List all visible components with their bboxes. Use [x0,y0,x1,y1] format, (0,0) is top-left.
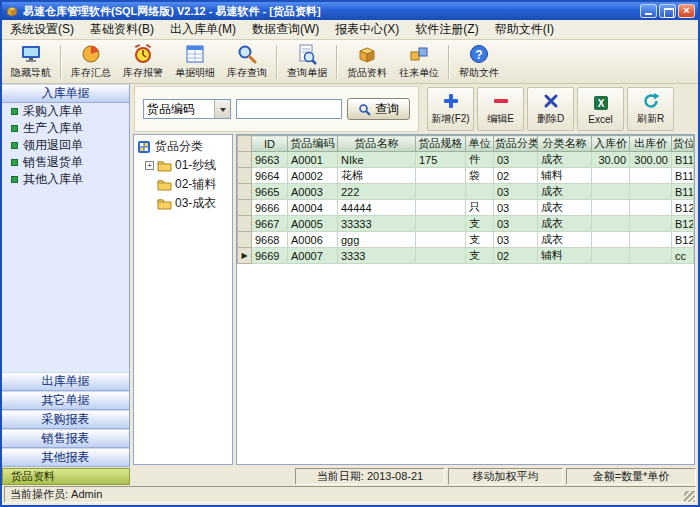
expand-icon[interactable] [145,161,154,170]
grid-cell[interactable]: 成衣 [538,200,592,216]
sidebar-item-sales-return[interactable]: 销售退货单 [2,154,129,171]
toolbar-goods-info-button[interactable]: 货品资料 [341,40,393,83]
grid-cell[interactable]: A0003 [288,184,338,200]
sidebar-section-outbound[interactable]: 出库单据 [2,372,129,391]
column-header-name[interactable]: 货品名称 [338,136,416,152]
grid-cell[interactable] [630,232,672,248]
grid-row[interactable]: 9667A000533333支03成衣B12 [238,216,694,232]
column-header-category-name[interactable]: 分类名称 [538,136,592,152]
grid-cell[interactable]: A0006 [288,232,338,248]
tree-node-garments[interactable]: 03-成衣 [135,194,231,213]
menu-base-data[interactable]: 基础资料(B) [82,20,162,39]
grid-cell[interactable]: 02 [494,248,538,264]
column-header-category[interactable]: 货品分类 [494,136,538,152]
grid-cell[interactable]: A0004 [288,200,338,216]
toolbar-query-doc-button[interactable]: 查询单据 [281,40,333,83]
grid-cell[interactable] [630,216,672,232]
grid-cell[interactable]: 9667 [252,216,288,232]
grid-cell[interactable]: A0001 [288,152,338,168]
sidebar-section-inbound[interactable]: 入库单据 [2,84,129,103]
toolbar-stock-alert-button[interactable]: 库存报警 [117,40,169,83]
menu-registration[interactable]: 软件注册(Z) [407,20,486,39]
grid-row[interactable]: 9668A0006ggg支03成衣B12 [238,232,694,248]
grid-cell[interactable]: 03 [494,232,538,248]
grid-cell[interactable]: cc [672,248,694,264]
edit-button[interactable]: 编辑E [477,87,524,131]
grid-cell[interactable]: ggg [338,232,416,248]
grid-cell[interactable] [416,184,466,200]
grid-cell[interactable]: 33333 [338,216,416,232]
grid-row[interactable]: 9664A0002花棉袋02辅料B11 [238,168,694,184]
grid-cell[interactable]: 支 [466,216,494,232]
grid-cell[interactable]: 件 [466,152,494,168]
column-header-in-price[interactable]: 入库价 [592,136,630,152]
grid-cell[interactable] [592,232,630,248]
column-header-location[interactable]: 货位 [672,136,694,152]
grid-cell[interactable]: 成衣 [538,216,592,232]
column-header-out-price[interactable]: 出库价 [630,136,672,152]
row-selector[interactable] [238,184,252,200]
grid-cell[interactable]: B11 [672,168,694,184]
grid-cell[interactable]: B12 [672,200,694,216]
row-selector[interactable] [238,200,252,216]
toolbar-help-button[interactable]: ? 帮助文件 [453,40,505,83]
menu-inout-docs[interactable]: 出入库单(M) [162,20,244,39]
column-header-unit[interactable]: 单位 [466,136,494,152]
menu-report-center[interactable]: 报表中心(X) [327,20,407,39]
grid-cell[interactable]: 9668 [252,232,288,248]
grid-row[interactable]: 9663A0001NIke175件03成衣30.00300.00B11 [238,152,694,168]
refresh-button[interactable]: 刷新R [627,87,674,131]
grid-cell[interactable]: 175 [416,152,466,168]
grid-cell[interactable] [416,248,466,264]
search-input[interactable] [236,99,342,119]
grid-cell[interactable]: 30.00 [592,152,630,168]
row-selector[interactable] [238,248,252,264]
grid-cell[interactable] [630,248,672,264]
grid-cell[interactable] [630,200,672,216]
column-header-code[interactable]: 货品编码 [288,136,338,152]
menu-system-settings[interactable]: 系统设置(S) [2,20,82,39]
grid-cell[interactable] [592,248,630,264]
grid-cell[interactable]: A0007 [288,248,338,264]
delete-button[interactable]: 删除D [527,87,574,131]
grid-cell[interactable] [592,200,630,216]
grid-cell[interactable]: B11 [672,184,694,200]
row-selector[interactable] [238,152,252,168]
grid-cell[interactable]: B12 [672,216,694,232]
grid-cell[interactable] [416,168,466,184]
grid-cell[interactable]: 9666 [252,200,288,216]
toolbar-stock-summary-button[interactable]: 库存汇总 [65,40,117,83]
grid-cell[interactable]: 辅料 [538,168,592,184]
toolbar-hide-nav-button[interactable]: 隐藏导航 [5,40,57,83]
grid-cell[interactable]: 03 [494,216,538,232]
grid-cell[interactable]: 222 [338,184,416,200]
column-header-spec[interactable]: 货品规格 [416,136,466,152]
excel-button[interactable]: X Excel [577,87,624,131]
sidebar-section-other-docs[interactable]: 其它单据 [2,391,129,410]
grid-cell[interactable]: 9669 [252,248,288,264]
grid-cell[interactable]: 支 [466,232,494,248]
tree-root[interactable]: 货品分类 [135,137,231,156]
add-button[interactable]: 新增(F2) [427,87,474,131]
grid-cell[interactable]: 44444 [338,200,416,216]
grid-cell[interactable] [416,232,466,248]
sidebar-section-other-reports[interactable]: 其他报表 [2,448,129,467]
sidebar-section-purchase-reports[interactable]: 采购报表 [2,410,129,429]
grid-cell[interactable] [466,184,494,200]
grid-cell[interactable] [592,184,630,200]
grid-cell[interactable]: 袋 [466,168,494,184]
maximize-button[interactable] [659,4,676,18]
grid-cell[interactable] [630,168,672,184]
grid-cell[interactable] [630,184,672,200]
grid-row[interactable]: 9665A000322203成衣B11 [238,184,694,200]
toolbar-stock-query-button[interactable]: 库存查询 [221,40,273,83]
grid-cell[interactable]: 支 [466,248,494,264]
row-selector[interactable] [238,232,252,248]
sidebar-section-sales-reports[interactable]: 销售报表 [2,429,129,448]
grid-cell[interactable]: 成衣 [538,152,592,168]
sidebar-item-production-inbound[interactable]: 生产入库单 [2,120,129,137]
menu-data-query[interactable]: 数据查询(W) [244,20,327,39]
minimize-button[interactable] [640,4,657,18]
row-selector[interactable] [238,216,252,232]
menu-help[interactable]: 帮助文件(I) [487,20,562,39]
